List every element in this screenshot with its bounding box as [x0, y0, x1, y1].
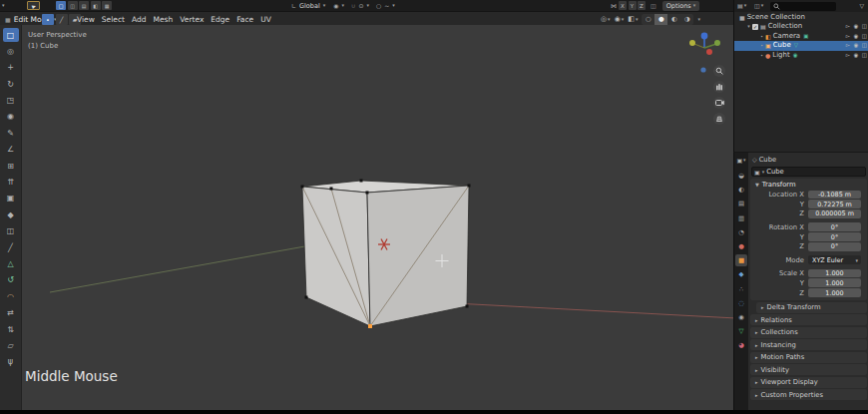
collapsed-section-custom-properties[interactable]: ▸ Custom Properties — [750, 389, 867, 400]
outliner-row-scene-collection[interactable]: ▦ Scene Collection — [734, 13, 868, 22]
selectable-icon[interactable]: ▻ — [846, 51, 850, 60]
tool-button-smooth[interactable]: ◠ — [3, 289, 19, 303]
properties-tab-tab-data[interactable]: ▽ — [735, 325, 747, 337]
mirror-axis-button[interactable]: Z — [638, 1, 646, 10]
render-visibility-icon[interactable]: ◫ — [862, 32, 867, 41]
breadcrumb-label[interactable]: Cube — [759, 156, 777, 164]
falloff-chevron-icon[interactable]: ▾ — [392, 3, 395, 8]
pivot-chevron-icon[interactable]: ▾ — [342, 3, 345, 8]
collapsed-section-relations[interactable]: ▸ Relations — [750, 314, 867, 325]
expand-chevron-icon[interactable]: ▾ — [745, 22, 752, 31]
transform-value-field[interactable]: -0.1085 m — [808, 191, 861, 200]
editor-collapse-chevron-icon[interactable]: ▾ — [2, 3, 5, 8]
transform-value-field[interactable]: 0° — [808, 232, 861, 241]
render-visibility-icon[interactable]: ◫ — [862, 51, 867, 60]
selectable-icon[interactable]: ▻ — [846, 32, 850, 41]
tool-button-rip-region[interactable]: ψ — [3, 355, 19, 369]
options-button[interactable]: Options ▾ — [662, 1, 700, 11]
menu-menu-edge[interactable]: Edge — [208, 15, 232, 24]
shading-button-shading-solid[interactable]: ● — [654, 14, 667, 25]
properties-tab-tab-material[interactable]: ◕ — [735, 339, 747, 351]
hide-eye-icon[interactable]: ◉ — [853, 32, 858, 41]
outliner-display-dropdown[interactable]: ◫▾ — [754, 2, 763, 9]
outliner-editor-dropdown[interactable]: ▤▾ — [737, 2, 746, 9]
transform-value-field[interactable]: 1.000 — [808, 288, 861, 297]
collection-checkbox[interactable]: ✓ — [752, 24, 758, 30]
tool-button-transform[interactable]: ◉ — [3, 110, 19, 124]
selectable-icon[interactable]: ▻ — [846, 22, 850, 31]
properties-tab-tab-view-layer[interactable]: ▥ — [735, 212, 747, 224]
orientation-dropdown[interactable]: Global — [299, 2, 320, 10]
tool-button-loop-cut[interactable]: ◫ — [3, 224, 19, 238]
render-visibility-icon[interactable]: ◫ — [862, 22, 867, 31]
select-mode-button-select-mode-invert[interactable]: ◧ — [91, 1, 101, 10]
perspective-toggle-icon[interactable] — [713, 113, 725, 125]
tool-button-spin[interactable]: ↺ — [3, 273, 19, 287]
collapsed-section-collections[interactable]: ▸ Collections — [750, 327, 867, 338]
outliner-row-camera[interactable]: ∙ ◧ Camera ▣ ▻ ◉ ◫ — [734, 32, 868, 41]
tool-button-add-cube[interactable]: ⊞ — [3, 159, 19, 173]
select-mode-button-select-mode-intersect[interactable]: ▦ — [102, 1, 112, 10]
tool-button-shear[interactable]: ▱ — [3, 338, 19, 352]
properties-tab-tab-physics[interactable]: ◌ — [735, 297, 747, 309]
proportional-editing-icon[interactable]: ○ — [376, 2, 381, 9]
properties-tab-tab-particles[interactable]: ∴ — [735, 283, 747, 295]
outliner-row-light[interactable]: ∙ ● Light ◉ ▻ ◉ ◫ — [734, 51, 868, 60]
shading-button-shading-rendered[interactable]: ◑ — [680, 14, 693, 25]
snap-target-icon[interactable]: ⊙ — [358, 2, 363, 9]
transform-value-field[interactable]: XYZ Euler — [808, 255, 861, 264]
gizmo-y-axis[interactable] — [714, 40, 720, 46]
tool-button-edge-slide[interactable]: ⇄ — [3, 306, 19, 320]
menu-menu-mesh[interactable]: Mesh — [150, 15, 176, 24]
tool-button-extrude-region[interactable]: ⇈ — [3, 176, 19, 190]
collapsed-section-instancing[interactable]: ▸ Instancing — [750, 339, 867, 350]
menu-menu-face[interactable]: Face — [233, 15, 256, 24]
shading-button-shading-material[interactable]: ◐ — [667, 14, 680, 25]
hide-eye-icon[interactable]: ◉ — [853, 51, 858, 60]
mirror-axis-button[interactable]: X — [619, 1, 627, 10]
collapsed-section-viewport-display[interactable]: ▸ Viewport Display — [750, 377, 867, 388]
mesh-select-button-edge-select[interactable]: ╱ — [56, 14, 68, 25]
gizmo-toggle[interactable]: ◎▾ — [601, 15, 611, 23]
properties-tab-tab-constraints[interactable]: ◉ — [735, 311, 747, 323]
orientation-chevron-icon[interactable]: ▾ — [323, 3, 326, 8]
collapsed-section-motion-paths[interactable]: ▸ Motion Paths — [750, 352, 867, 363]
tool-button-cursor[interactable]: ◎ — [3, 44, 19, 58]
falloff-icon[interactable]: ~ — [384, 2, 389, 9]
filter-icon[interactable]: ▽ — [859, 2, 864, 9]
outliner-row-collection[interactable]: ▾ ✓ ▤ Collection ▻ ◉ ◫ — [734, 22, 868, 31]
transform-value-field[interactable]: 0° — [808, 242, 861, 251]
properties-tab-tab-tool[interactable]: ◒ — [735, 170, 747, 182]
transform-value-field[interactable]: 0.72275 m — [808, 200, 861, 208]
outliner-search[interactable] — [770, 2, 836, 11]
properties-tab-tab-object[interactable]: ■ — [735, 254, 747, 266]
menu-menu-uv[interactable]: UV — [257, 15, 274, 24]
tool-button-move[interactable]: + — [3, 61, 19, 75]
transform-value-field[interactable]: 1.000 — [808, 278, 861, 287]
collapsed-section-visibility[interactable]: ▸ Visibility — [750, 364, 867, 375]
menu-menu-vertex[interactable]: Vertex — [177, 15, 207, 24]
tool-button-rotate[interactable]: ↻ — [3, 77, 19, 91]
transform-value-field[interactable]: 1.000 — [808, 269, 861, 278]
gizmo-orbit-dot[interactable] — [700, 67, 705, 72]
hide-eye-icon[interactable]: ◉ — [853, 22, 858, 31]
properties-editor-dropdown[interactable]: ▣▾ — [735, 155, 747, 165]
shading-chevron-icon[interactable]: ▾ — [697, 17, 700, 22]
menu-menu-select[interactable]: Select — [99, 15, 128, 24]
collapsed-section-delta-transform[interactable]: ▸ Delta Transform — [756, 302, 867, 313]
object-name-field[interactable]: ▣ ▾ Cube — [751, 167, 866, 177]
pivot-point-icon[interactable]: ◉ — [333, 2, 338, 9]
render-visibility-icon[interactable]: ◫ — [862, 41, 867, 50]
camera-view-icon[interactable] — [713, 97, 725, 109]
mirror-axis-button[interactable]: Y — [629, 1, 637, 10]
tool-button-measure[interactable]: ∠ — [3, 143, 19, 157]
tool-button-select-box[interactable]: □ — [3, 28, 19, 42]
xray-toggle[interactable]: ◧▾ — [628, 15, 638, 23]
viewport-3d[interactable]: User Perspective (1) Cube Middle Mouse H… — [0, 25, 733, 410]
select-mode-button-select-mode-new[interactable]: □ — [56, 1, 66, 10]
tool-button-scale[interactable]: ◳ — [3, 94, 19, 108]
snap-magnet-icon[interactable]: ∪ — [351, 2, 355, 9]
zoom-icon[interactable] — [713, 65, 725, 77]
mesh-select-button-vertex-select[interactable]: ∙ — [42, 14, 54, 25]
properties-tab-tab-render[interactable]: ◐ — [735, 184, 747, 196]
